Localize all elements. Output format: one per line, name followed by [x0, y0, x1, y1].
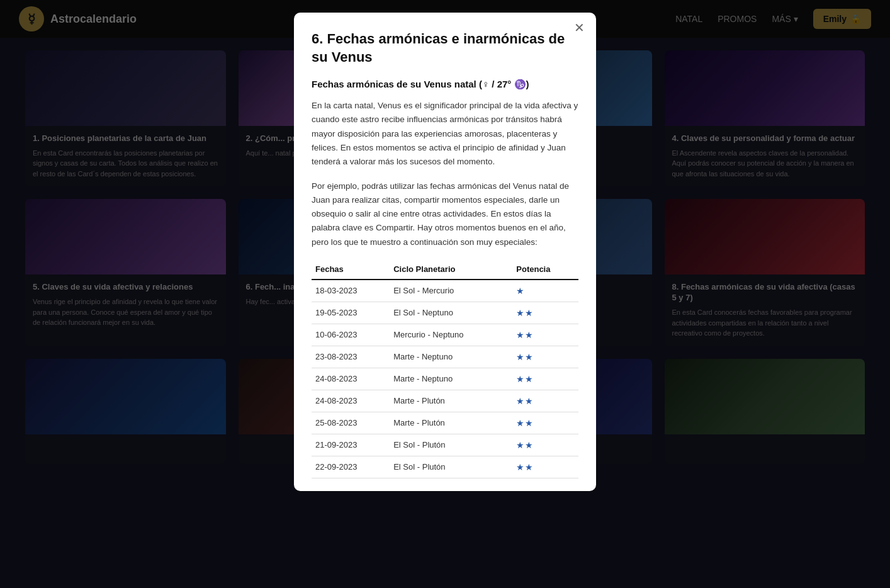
table-row: 24-08-2023Marte - Neptuno★★: [312, 368, 578, 390]
close-button[interactable]: ✕: [574, 21, 585, 34]
table-row: 25-08-2023Marte - Plutón★★: [312, 412, 578, 434]
modal-title: 6. Fechas armónicas e inarmónicas de su …: [312, 30, 578, 66]
cell-date: 24-08-2023: [312, 390, 390, 412]
cell-date: 18-03-2023: [312, 280, 390, 302]
table-row: 24-08-2023Marte - Plutón★★: [312, 390, 578, 412]
cell-cycle: El Sol - Mercurio: [390, 280, 512, 302]
paragraph-2: Por ejemplo, podrás utilizar las fechas …: [312, 179, 578, 249]
cell-stars: ★★: [512, 390, 578, 412]
cell-cycle: Mercurio - Neptuno: [390, 324, 512, 346]
cell-cycle: Marte - Neptuno: [390, 368, 512, 390]
cell-stars: ★★: [512, 412, 578, 434]
table-row: 21-09-2023El Sol - Plutón★★: [312, 434, 578, 456]
cell-cycle: El Sol - Plutón: [390, 456, 512, 476]
col-header-cycle: Ciclo Planetario: [390, 259, 512, 280]
venus-symbol: ♀: [482, 79, 489, 89]
cell-date: 25-08-2023: [312, 412, 390, 434]
cell-date: 23-08-2023: [312, 346, 390, 368]
cell-date: 19-05-2023: [312, 302, 390, 324]
modal: ✕ 6. Fechas armónicas e inarmónicas de s…: [294, 13, 596, 477]
col-header-potencia: Potencia: [512, 259, 578, 280]
cell-date: 21-09-2023: [312, 434, 390, 456]
cell-stars: ★★: [512, 324, 578, 346]
cell-cycle: Marte - Plutón: [390, 390, 512, 412]
cell-stars: ★: [512, 280, 578, 302]
cell-stars: ★★: [512, 434, 578, 456]
cell-stars: ★★: [512, 456, 578, 476]
cell-date: 10-06-2023: [312, 324, 390, 346]
modal-overlay[interactable]: ✕ 6. Fechas armónicas e inarmónicas de s…: [0, 0, 890, 477]
cell-cycle: El Sol - Neptuno: [390, 302, 512, 324]
cell-cycle: Marte - Plutón: [390, 412, 512, 434]
modal-body: En la carta natal, Venus es el significa…: [312, 99, 578, 249]
cell-stars: ★★: [512, 346, 578, 368]
cell-cycle: El Sol - Plutón: [390, 434, 512, 456]
table-row: 22-09-2023El Sol - Plutón★★: [312, 456, 578, 476]
paragraph-1: En la carta natal, Venus es el significa…: [312, 99, 578, 169]
table-row: 23-08-2023Marte - Neptuno★★: [312, 346, 578, 368]
col-header-dates: Fechas: [312, 259, 390, 280]
cell-cycle: Marte - Neptuno: [390, 346, 512, 368]
cell-date: 24-08-2023: [312, 368, 390, 390]
table-row: 19-05-2023El Sol - Neptuno★★: [312, 302, 578, 324]
modal-subtitle: Fechas armónicas de su Venus natal (♀ / …: [312, 79, 578, 90]
cell-stars: ★★: [512, 302, 578, 324]
cell-date: 22-09-2023: [312, 456, 390, 476]
table-row: 10-06-2023Mercurio - Neptuno★★: [312, 324, 578, 346]
dates-table: Fechas Ciclo Planetario Potencia 18-03-2…: [312, 259, 578, 477]
cell-stars: ★★: [512, 368, 578, 390]
table-row: 18-03-2023El Sol - Mercurio★: [312, 280, 578, 302]
